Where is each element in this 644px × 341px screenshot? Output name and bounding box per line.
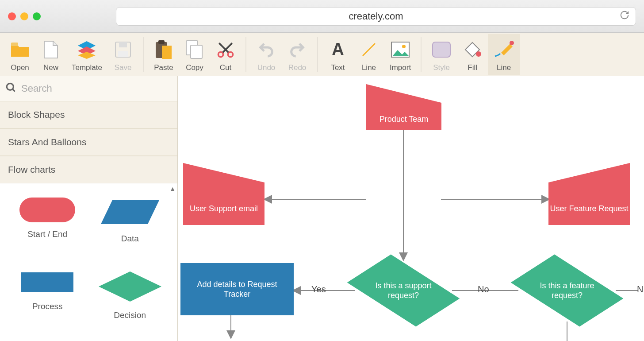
edge-label-no-2: N <box>637 284 643 294</box>
shape-decision[interactable]: Decision <box>89 269 172 340</box>
toolbar-separator <box>421 37 422 72</box>
svg-rect-20 <box>19 198 75 222</box>
folder-icon <box>10 39 30 61</box>
node-add-details[interactable]: Add details to Request Tracker <box>180 263 294 315</box>
category-stars-balloons[interactable]: Stars And Balloons <box>0 128 177 156</box>
svg-rect-15 <box>433 42 450 57</box>
category-block-shapes[interactable]: Block Shapes <box>0 101 177 128</box>
line-style-button[interactable]: Line <box>488 34 520 75</box>
layers-icon <box>77 39 97 61</box>
redo-icon <box>288 39 306 61</box>
svg-line-12 <box>363 43 375 56</box>
save-button[interactable]: Save <box>107 34 138 75</box>
diagram-canvas[interactable]: Product Team User Support email User Fea… <box>178 76 644 341</box>
undo-icon <box>257 39 275 61</box>
paste-button[interactable]: Paste <box>148 34 179 75</box>
paste-icon <box>154 39 173 61</box>
url-bar[interactable]: creately.com <box>116 7 636 26</box>
template-button[interactable]: Template <box>66 34 107 75</box>
search-icon <box>5 82 17 95</box>
shapes-sidebar: Block Shapes Stars And Balloons Flow cha… <box>0 76 178 341</box>
redo-button[interactable]: Redo <box>282 34 313 75</box>
app-toolbar: Open New Template Save Paste <box>0 33 644 76</box>
svg-rect-22 <box>21 272 73 292</box>
workspace: Block Shapes Stars And Balloons Flow cha… <box>0 76 644 341</box>
shapes-panel: ▲ Start / End Data Process Decision <box>0 183 177 341</box>
open-button[interactable]: Open <box>4 34 35 75</box>
undo-button[interactable]: Undo <box>251 34 282 75</box>
style-button[interactable]: Style <box>426 34 457 75</box>
text-icon: A <box>329 39 347 61</box>
style-swatch-icon <box>432 39 451 61</box>
fill-button[interactable]: Fill <box>457 34 488 75</box>
shape-process[interactable]: Process <box>6 269 89 340</box>
import-button[interactable]: Import <box>384 34 416 75</box>
maximize-window-button[interactable] <box>33 12 41 20</box>
svg-rect-2 <box>119 42 127 47</box>
edge-label-yes: Yes <box>311 284 326 294</box>
svg-line-19 <box>12 89 15 91</box>
minimize-window-button[interactable] <box>20 12 28 20</box>
node-support-decision[interactable]: Is this a support request? <box>355 260 452 322</box>
svg-rect-0 <box>11 43 18 46</box>
svg-point-10 <box>228 52 233 57</box>
reload-icon[interactable] <box>620 10 629 23</box>
copy-icon <box>185 39 204 61</box>
svg-marker-21 <box>101 200 159 224</box>
svg-text:A: A <box>332 41 344 58</box>
save-icon <box>115 39 131 61</box>
edge-label-no: No <box>478 284 489 294</box>
scissors-icon <box>216 39 235 61</box>
search-row <box>0 76 177 101</box>
shape-data[interactable]: Data <box>89 197 172 267</box>
svg-rect-3 <box>118 51 128 57</box>
toolbar-separator <box>317 37 318 72</box>
node-feature-decision[interactable]: Is this a feature request? <box>518 260 616 322</box>
line-tool-button[interactable]: Line <box>353 34 384 75</box>
svg-marker-34 <box>548 163 630 225</box>
svg-rect-6 <box>162 46 172 59</box>
svg-point-16 <box>476 51 481 57</box>
text-tool-button[interactable]: A Text <box>322 34 353 75</box>
svg-point-17 <box>510 41 514 45</box>
window-controls <box>8 12 41 20</box>
node-user-feature-request[interactable]: User Feature Request <box>548 163 630 225</box>
line-icon <box>360 39 378 61</box>
pencil-icon <box>493 39 514 61</box>
svg-marker-33 <box>183 163 264 225</box>
cut-button[interactable]: Cut <box>210 34 241 75</box>
image-icon <box>391 39 410 61</box>
svg-point-14 <box>402 45 406 48</box>
category-flow-charts[interactable]: Flow charts <box>0 156 177 183</box>
toolbar-separator <box>143 37 144 72</box>
svg-marker-23 <box>99 271 161 302</box>
svg-rect-5 <box>158 40 165 44</box>
toolbar-separator <box>245 37 246 72</box>
shape-start-end[interactable]: Start / End <box>6 197 89 267</box>
svg-point-9 <box>218 52 223 57</box>
url-text: creately.com <box>349 11 403 22</box>
svg-point-18 <box>7 83 13 90</box>
node-product-team[interactable]: Product Team <box>366 84 441 130</box>
node-user-support-email[interactable]: User Support email <box>183 163 264 225</box>
new-button[interactable]: New <box>35 34 66 75</box>
search-input[interactable] <box>21 83 172 94</box>
copy-button[interactable]: Copy <box>179 34 210 75</box>
svg-rect-8 <box>191 45 202 58</box>
paint-bucket-icon <box>463 39 482 61</box>
close-window-button[interactable] <box>8 12 16 20</box>
browser-chrome: creately.com <box>0 0 644 33</box>
new-document-icon <box>43 39 58 61</box>
scroll-up-icon[interactable]: ▲ <box>169 185 176 192</box>
